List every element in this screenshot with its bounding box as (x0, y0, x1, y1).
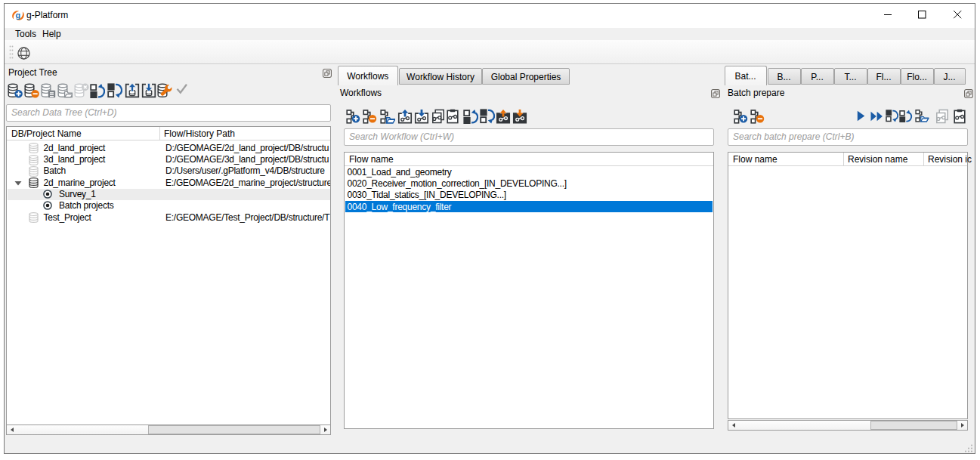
svg-text:g: g (15, 11, 20, 20)
